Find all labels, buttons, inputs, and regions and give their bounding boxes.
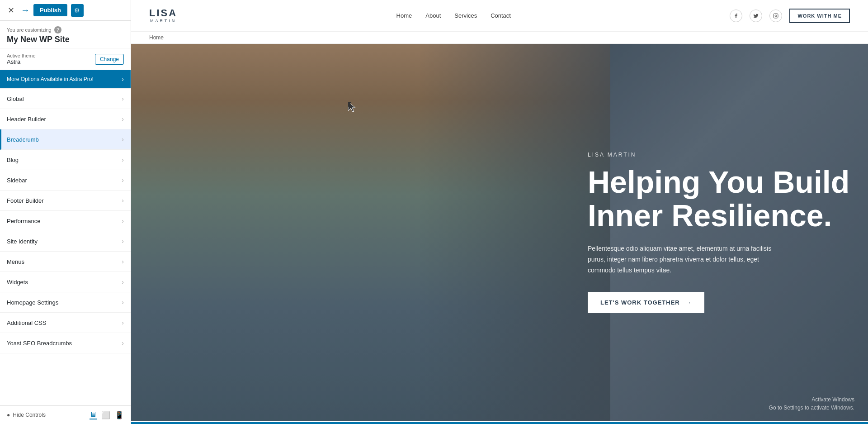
settings-gear-button[interactable]: ⚙: [71, 4, 84, 17]
chevron-icon: ›: [122, 339, 124, 347]
hero-title: Helping You Build Inner Resilience.: [588, 165, 850, 233]
breadcrumb-home: Home: [149, 34, 164, 41]
nav-home[interactable]: Home: [396, 12, 412, 19]
chevron-icon: ›: [122, 197, 124, 204]
device-icons: 🖥 ⬜ 📱: [90, 410, 124, 419]
hero-description: Pellentesque odio aliquam vitae amet, el…: [588, 243, 787, 276]
hide-controls-button[interactable]: ● Hide Controls: [7, 412, 46, 418]
performance-label: Performance: [7, 218, 40, 224]
chevron-icon: ›: [122, 258, 124, 265]
global-item[interactable]: Global ›: [0, 89, 131, 109]
chevron-icon: ›: [122, 299, 124, 306]
hide-controls-label: Hide Controls: [13, 412, 46, 418]
windows-line2: Go to Settings to activate Windows.: [769, 404, 854, 412]
logo-name: LISA: [149, 8, 177, 19]
homepage-settings-label: Homepage Settings: [7, 299, 58, 306]
chevron-icon: ›: [122, 76, 124, 83]
additional-css-item[interactable]: Additional CSS ›: [0, 313, 131, 333]
theme-label: Active theme: [7, 53, 36, 58]
nav-about[interactable]: About: [425, 12, 441, 19]
lets-work-together-button[interactable]: LET'S WORK TOGETHER →: [588, 292, 704, 313]
widgets-label: Widgets: [7, 279, 28, 286]
hero-content: LISA MARTIN Helping You Build Inner Resi…: [588, 152, 850, 314]
site-identity-label: Site Identity: [7, 238, 38, 245]
close-button[interactable]: ✕: [5, 4, 17, 17]
widgets-item[interactable]: Widgets ›: [0, 272, 131, 292]
site-logo: LISA MARTIN: [149, 8, 177, 23]
chevron-icon: ›: [122, 238, 124, 245]
publish-label: Publish: [40, 7, 61, 14]
instagram-icon[interactable]: [769, 10, 782, 22]
astra-pro-label: More Options Available in Astra Pro!: [7, 76, 94, 82]
twitter-icon[interactable]: [750, 10, 762, 22]
chevron-icon: ›: [122, 217, 124, 224]
cta-arrow-icon: →: [685, 299, 692, 306]
work-with-me-button[interactable]: WORK WITH ME: [789, 9, 850, 23]
windows-line1: Activate Windows: [769, 395, 854, 404]
arrow-icon: →: [21, 5, 30, 15]
nav-right: WORK WITH ME: [730, 9, 850, 23]
customizer-footer: ● Hide Controls 🖥 ⬜ 📱: [0, 405, 131, 424]
facebook-icon[interactable]: [730, 10, 742, 22]
chevron-icon: ›: [122, 95, 124, 102]
svg-rect-0: [774, 14, 778, 18]
hero-subtitle: LISA MARTIN: [588, 152, 850, 158]
customizing-label: You are customizing ?: [7, 26, 124, 33]
chevron-icon: ›: [122, 115, 124, 123]
blog-item[interactable]: Blog ›: [0, 150, 131, 170]
chevron-icon: ›: [122, 176, 124, 184]
global-label: Global: [7, 95, 24, 102]
theme-section: Active theme Astra Change: [0, 48, 131, 70]
theme-info: Active theme Astra: [7, 53, 36, 65]
breadcrumb-bar: Home: [131, 32, 868, 44]
breadcrumb-label: Breadcrumb: [7, 136, 39, 143]
hero-title-line2: Inner Resilience.: [588, 198, 832, 233]
preview-bottom-bar: [131, 422, 868, 424]
breadcrumb-item[interactable]: Breadcrumb ›: [0, 129, 131, 150]
site-identity-item[interactable]: Site Identity ›: [0, 231, 131, 252]
site-navbar: LISA MARTIN Home About Services Contact: [131, 0, 868, 32]
svg-point-1: [775, 15, 777, 17]
performance-item[interactable]: Performance ›: [0, 211, 131, 231]
homepage-settings-item[interactable]: Homepage Settings ›: [0, 292, 131, 313]
additional-css-label: Additional CSS: [7, 319, 46, 326]
site-title: My New WP Site: [7, 35, 124, 44]
hero-title-line1: Helping You Build: [588, 165, 849, 199]
chevron-icon: ›: [122, 136, 124, 143]
logo-sub: MARTIN: [150, 19, 176, 24]
nav-services[interactable]: Services: [454, 12, 477, 19]
publish-button[interactable]: Publish: [33, 4, 67, 16]
help-icon[interactable]: ?: [54, 26, 61, 33]
tablet-device-button[interactable]: ⬜: [101, 410, 110, 419]
footer-builder-item[interactable]: Footer Builder ›: [0, 191, 131, 211]
blog-label: Blog: [7, 157, 19, 163]
svg-point-2: [777, 14, 778, 15]
mobile-device-button[interactable]: 📱: [115, 410, 124, 419]
customizer-header: ✕ → Publish ⚙: [0, 0, 131, 21]
nav-links: Home About Services Contact: [396, 12, 511, 19]
windows-activation-watermark: Activate Windows Go to Settings to activ…: [769, 395, 854, 412]
menus-item[interactable]: Menus ›: [0, 252, 131, 272]
chevron-icon: ›: [122, 319, 124, 326]
footer-builder-label: Footer Builder: [7, 197, 44, 204]
yoast-seo-item[interactable]: Yoast SEO Breadcrumbs ›: [0, 333, 131, 353]
lets-work-label: LET'S WORK TOGETHER: [600, 299, 680, 306]
nav-contact[interactable]: Contact: [491, 12, 511, 19]
chevron-icon: ›: [122, 278, 124, 286]
chevron-icon: ›: [122, 156, 124, 163]
header-builder-label: Header Builder: [7, 116, 46, 123]
change-theme-button[interactable]: Change: [95, 54, 124, 65]
yoast-seo-label: Yoast SEO Breadcrumbs: [7, 340, 72, 347]
customizer-panel: ✕ → Publish ⚙ You are customizing ? My N…: [0, 0, 131, 424]
theme-name: Astra: [7, 58, 36, 65]
hero-section: LISA MARTIN Helping You Build Inner Resi…: [131, 44, 868, 421]
sidebar-item[interactable]: Sidebar ›: [0, 170, 131, 191]
astra-pro-item[interactable]: More Options Available in Astra Pro! ›: [0, 70, 131, 89]
eye-icon: ●: [7, 412, 10, 418]
header-builder-item[interactable]: Header Builder ›: [0, 109, 131, 129]
menus-label: Menus: [7, 258, 24, 265]
customizing-info: You are customizing ? My New WP Site: [0, 21, 131, 48]
website-preview: LISA MARTIN Home About Services Contact: [131, 0, 868, 424]
sidebar-label: Sidebar: [7, 177, 27, 184]
desktop-device-button[interactable]: 🖥: [90, 410, 97, 419]
